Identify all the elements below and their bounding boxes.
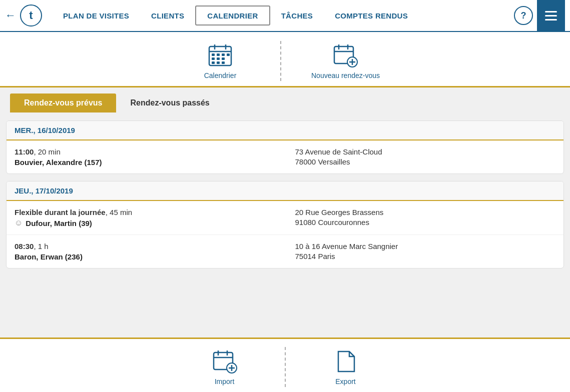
date-group-1: MER., 16/10/2019 11:00, 20 min Bouvier, …: [6, 120, 564, 174]
svg-rect-6: [222, 54, 225, 56]
appt-addr2-2-1: 91080 Courcouronnes: [295, 218, 556, 226]
logo-letter: t: [29, 9, 33, 22]
bottom-bar: Import Export: [0, 338, 570, 392]
appt-right-2-1: 20 Rue Georges Brassens 91080 Courcouron…: [275, 208, 556, 226]
back-button[interactable]: ←: [5, 9, 16, 22]
import-action[interactable]: Import: [195, 348, 255, 386]
appt-name-2-1: ☺ Dufour, Martin (39): [15, 218, 275, 228]
appt-addr2-1-1: 78000 Versailles: [295, 158, 556, 166]
menu-line2: [545, 15, 557, 16]
menu-button[interactable]: [537, 0, 565, 32]
nav-comptes-rendus[interactable]: COMPTES RENDUS: [324, 0, 419, 32]
nav-items: PLAN DE VISITES CLIENTS CALENDRIER TÂCHE…: [52, 0, 514, 32]
icon-bar: Calendrier Nouveau rendez-vous: [0, 32, 570, 88]
appt-time-2-1: Flexible durant la journée, 45 min: [15, 208, 275, 216]
appt-addr1-2-2: 10 à 16 Avenue Marc Sangnier: [295, 242, 556, 250]
appt-left-2-1: Flexible durant la journée, 45 min ☺ Duf…: [15, 208, 275, 228]
menu-line3: [545, 19, 557, 20]
calendrier-label: Calendrier: [204, 72, 237, 80]
appt-name-2-2: Baron, Erwan (236): [15, 252, 275, 261]
appt-name-text-2-1: Dufour, Martin (39): [26, 219, 92, 228]
appt-time-bold-2-2: 08:30: [15, 242, 34, 250]
help-button[interactable]: ?: [514, 6, 533, 25]
svg-rect-7: [227, 54, 230, 56]
appt-name-1-1: Bouvier, Alexandre (157): [15, 158, 275, 166]
new-appointment-icon: [333, 42, 358, 68]
appt-duration-2-2: , 1 h: [34, 242, 48, 250]
svg-rect-5: [217, 54, 220, 56]
appt-time-1-1: 11:00, 20 min: [15, 148, 275, 156]
export-label: Export: [335, 378, 355, 386]
nouveau-rdv-action[interactable]: Nouveau rendez-vous: [311, 42, 380, 80]
svg-rect-9: [217, 58, 220, 60]
nav-calendrier[interactable]: CALENDRIER: [195, 6, 270, 26]
svg-rect-10: [222, 58, 225, 60]
appointment-1-1[interactable]: 11:00, 20 min Bouvier, Alexandre (157) 7…: [7, 140, 563, 174]
appt-name-text-2-2: Baron, Erwan (236): [15, 252, 83, 261]
appt-name-text-1-1: Bouvier, Alexandre (157): [15, 158, 102, 166]
svg-rect-11: [212, 62, 215, 64]
header: ← t PLAN DE VISITES CLIENTS CALENDRIER T…: [0, 0, 570, 32]
svg-rect-13: [222, 62, 225, 64]
appt-right-2-2: 10 à 16 Avenue Marc Sangnier 75014 Paris: [275, 242, 556, 260]
logo: t: [20, 4, 42, 26]
date-header-1: MER., 16/10/2019: [7, 121, 563, 140]
tab-prevus[interactable]: Rendez-vous prévus: [10, 94, 116, 112]
appt-time-bold-1-1: 11:00: [15, 148, 34, 156]
svg-rect-12: [217, 62, 220, 64]
appointments-content: MER., 16/10/2019 11:00, 20 min Bouvier, …: [0, 112, 570, 284]
icon-bar-divider: [280, 41, 281, 81]
calendar-icon: [208, 42, 233, 68]
nav-taches[interactable]: TÂCHES: [270, 0, 324, 32]
appt-addr1-2-1: 20 Rue Georges Brassens: [295, 208, 556, 216]
export-action[interactable]: Export: [316, 348, 376, 386]
nouveau-rdv-label: Nouveau rendez-vous: [311, 72, 380, 80]
date-header-2: JEU., 17/10/2019: [7, 182, 563, 201]
appt-addr2-2-2: 75014 Paris: [295, 252, 556, 260]
menu-line1: [545, 11, 557, 12]
import-icon: [212, 348, 237, 374]
header-right: ?: [514, 0, 565, 32]
tab-passes[interactable]: Rendez-vous passés: [116, 94, 223, 112]
appt-time-bold-2-1: Flexible durant la journée: [15, 208, 106, 216]
svg-rect-8: [212, 58, 215, 60]
appt-time-2-2: 08:30, 1 h: [15, 242, 275, 250]
appt-addr1-1-1: 73 Avenue de Saint-Cloud: [295, 148, 556, 156]
import-label: Import: [215, 378, 235, 386]
calendrier-action[interactable]: Calendrier: [190, 42, 250, 80]
appt-duration-2-1: , 45 min: [106, 208, 132, 216]
export-icon: [333, 348, 358, 374]
nav-plan-de-visites[interactable]: PLAN DE VISITES: [52, 0, 140, 32]
appt-duration-1-1: , 20 min: [34, 148, 60, 156]
nav-clients[interactable]: CLIENTS: [140, 0, 195, 32]
tabs-bar: Rendez-vous prévus Rendez-vous passés: [0, 88, 570, 112]
appt-right-1-1: 73 Avenue de Saint-Cloud 78000 Versaille…: [275, 148, 556, 166]
appointment-2-1[interactable]: Flexible durant la journée, 45 min ☺ Duf…: [7, 201, 563, 235]
svg-rect-4: [212, 54, 215, 56]
appointment-2-2[interactable]: 08:30, 1 h Baron, Erwan (236) 10 à 16 Av…: [7, 235, 563, 268]
appt-left-1-1: 11:00, 20 min Bouvier, Alexandre (157): [15, 148, 275, 166]
date-group-2: JEU., 17/10/2019 Flexible durant la jour…: [6, 181, 564, 268]
smiley-icon-2-1: ☺: [15, 218, 23, 228]
appt-left-2-2: 08:30, 1 h Baron, Erwan (236): [15, 242, 275, 261]
bottom-divider: [285, 347, 286, 387]
